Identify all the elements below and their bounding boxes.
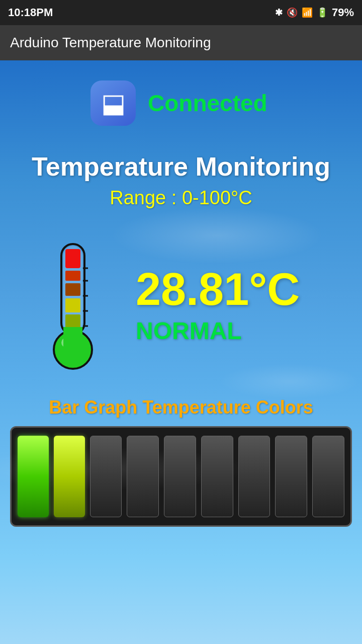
bluetooth-icon: ⬓ xyxy=(101,90,126,116)
app-title-bar: Arduino Temperature Monitoring xyxy=(0,25,362,60)
bar-7 xyxy=(238,436,270,517)
bar-4 xyxy=(127,436,159,517)
thermometer-display xyxy=(40,234,106,377)
connection-status: Connected xyxy=(148,90,267,117)
time-display: 10:18PM xyxy=(8,6,53,19)
battery-icon: 🔋 xyxy=(317,7,328,18)
bar-1 xyxy=(18,436,49,517)
svg-rect-6 xyxy=(65,314,80,329)
bar-graph-section: Bar Graph Temperature Colors xyxy=(0,387,362,527)
bar-9 xyxy=(312,436,344,517)
bar-2 xyxy=(54,436,85,517)
temperature-range: Range : 0-100°C xyxy=(10,187,352,209)
bar-6 xyxy=(201,436,233,517)
svg-rect-3 xyxy=(65,271,80,281)
bluetooth-status-icon: ✱ xyxy=(275,7,283,18)
battery-percent: 79% xyxy=(332,6,354,19)
status-bar: 10:18PM ✱ 🔇 📶 🔋 79% xyxy=(0,0,362,25)
heading-section: Temperature Monitoring Range : 0-100°C xyxy=(0,136,362,214)
connection-row: ⬓ Connected xyxy=(0,60,362,136)
temperature-monitoring-title: Temperature Monitoring xyxy=(10,151,352,182)
svg-rect-4 xyxy=(65,283,80,296)
status-icons: ✱ 🔇 📶 🔋 79% xyxy=(275,6,354,19)
bar-graph-container xyxy=(10,426,352,527)
svg-rect-5 xyxy=(65,298,80,312)
bar-3 xyxy=(90,436,122,517)
temperature-reading: 28.81°C xyxy=(136,267,300,312)
reading-section: 28.81°C NORMAL xyxy=(0,214,362,387)
bar-5 xyxy=(164,436,196,517)
bar-8 xyxy=(275,436,307,517)
bluetooth-icon-box: ⬓ xyxy=(90,80,136,126)
signal-icon: 📶 xyxy=(302,7,313,18)
mute-icon: 🔇 xyxy=(287,7,298,18)
app-title: Arduino Temperature Monitoring xyxy=(10,35,211,51)
bar-graph-title: Bar Graph Temperature Colors xyxy=(10,397,352,418)
temperature-value-section: 28.81°C NORMAL xyxy=(136,267,300,345)
temperature-status: NORMAL xyxy=(136,317,242,345)
svg-rect-2 xyxy=(65,249,80,268)
main-content: ⬓ Connected Temperature Monitoring Range… xyxy=(0,60,362,644)
svg-rect-15 xyxy=(65,328,80,350)
